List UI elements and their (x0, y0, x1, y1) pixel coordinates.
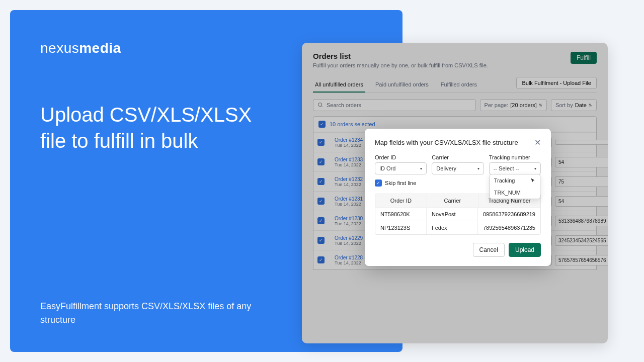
tracking-select[interactable]: -- Select -- ▾ Tracking TRK_NUM (489, 162, 541, 174)
chevron-down-icon: ▾ (534, 166, 536, 171)
modal-title: Map fields with your CSV/XLS/XLSX file s… (375, 139, 518, 146)
order-id-select[interactable]: ID Ord ▾ (375, 162, 427, 174)
order-id-label: Order ID (375, 154, 427, 160)
option-label: TRK_NUM (494, 190, 521, 196)
preview-cell: Fedex (427, 221, 478, 234)
cursor-icon (530, 177, 536, 184)
chevron-down-icon: ▾ (477, 166, 479, 171)
upload-button[interactable]: Upload (509, 243, 541, 257)
dropdown-option-trknum[interactable]: TRK_NUM (490, 187, 540, 199)
skip-first-line-checkbox[interactable]: ✓ (375, 179, 382, 187)
cancel-button[interactable]: Cancel (473, 243, 505, 257)
preview-cell: NT598620K (375, 208, 427, 221)
carrier-value: Delivery (436, 165, 456, 171)
headline: Upload CSV/XLS/XLSX file to fulfill in b… (40, 102, 262, 154)
preview-cell: NP123123S (375, 221, 427, 234)
tracking-label: Tracking number (489, 154, 541, 160)
preview-header: Carrier (427, 194, 479, 207)
skip-first-line-label: Skip first line (385, 180, 416, 186)
preview-table: Order ID Carrier Tracking Number NT59862… (375, 194, 541, 235)
preview-cell: NovaPost (427, 208, 478, 221)
brand-light: nexus (40, 40, 79, 56)
close-icon[interactable]: ✕ (534, 138, 541, 147)
preview-header: Order ID (375, 194, 427, 207)
carrier-label: Carrier (432, 154, 484, 160)
map-fields-modal: Map fields with your CSV/XLS/XLSX file s… (365, 129, 551, 266)
tracking-dropdown: Tracking TRK_NUM (490, 174, 540, 199)
brand-bold: media (79, 40, 121, 56)
subtext: EasyFulfillment supports CSV/XLS/XLSX fi… (40, 300, 262, 327)
chevron-down-icon: ▾ (420, 166, 422, 171)
carrier-select[interactable]: Delivery ▾ (432, 162, 484, 174)
preview-cell: 09586379236689219 (478, 208, 540, 221)
tracking-value: -- Select -- (494, 165, 519, 171)
order-id-value: ID Ord (379, 165, 395, 171)
option-label: Tracking (494, 177, 515, 184)
preview-cell: 78925654896371235 (478, 221, 540, 234)
dropdown-option-tracking[interactable]: Tracking (490, 174, 540, 187)
